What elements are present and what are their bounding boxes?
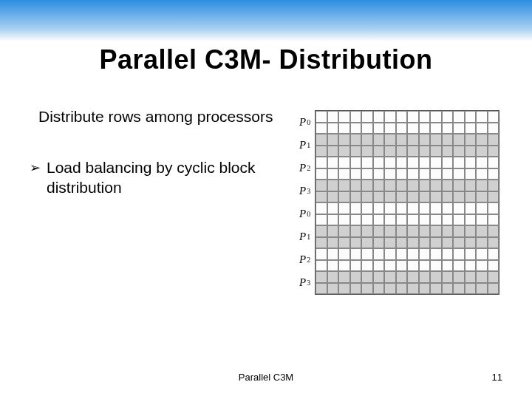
grid-cell [453,111,465,123]
grid-row [316,191,499,203]
grid-cell [338,271,350,283]
grid-cell [338,237,350,249]
grid-cell [338,225,350,237]
processor-labels: P0P1P2P3P0P1P2P3 [299,110,310,295]
grid-cell [384,260,396,272]
grid-cell [430,168,442,180]
grid-cell [430,225,442,237]
grid-cell [407,248,419,260]
grid-cell [453,248,465,260]
grid-cell [327,157,339,168]
grid-cell [373,157,385,168]
grid-row [316,111,499,123]
grid-cell [442,260,454,272]
grid-cell [476,180,488,191]
grid-cell [350,283,362,295]
grid-row [316,214,499,226]
grid-cell [465,237,477,249]
grid-cell [361,168,373,180]
grid-cell [327,134,339,146]
grid-cell [327,123,339,134]
grid-cell [476,134,488,146]
grid-cell [327,168,339,180]
footer-title: Parallel C3M [0,372,532,383]
processor-label: P2 [299,157,310,180]
grid-cell [419,214,431,226]
grid-cell [316,111,327,123]
grid-cell [316,146,327,157]
grid-cell [442,191,454,203]
grid-cell [384,225,396,237]
grid-cell [465,168,477,180]
grid-cell [338,202,350,214]
grid-cell [488,225,499,237]
grid-row [316,146,499,157]
grid-cell [373,191,385,203]
grid-cell [373,123,385,134]
grid-cell [442,283,454,295]
grid-cell [465,225,477,237]
text-column: Distribute rows among processors ➢ Load … [30,107,299,295]
grid-cell [476,168,488,180]
grid-row [316,157,499,168]
processor-label: P0 [299,111,310,134]
grid-cell [384,123,396,134]
grid-cell [488,157,499,168]
grid-cell [373,111,385,123]
grid-cell [430,214,442,226]
body-text-1: Distribute rows among processors [30,107,292,127]
grid-cell [361,134,373,146]
grid-cell [373,134,385,146]
grid-cell [442,146,454,157]
grid-cell [430,248,442,260]
grid-cell [419,157,431,168]
grid-cell [350,157,362,168]
grid-cell [476,271,488,283]
grid-cell [384,134,396,146]
grid-cell [430,260,442,272]
bullet-arrow-icon: ➢ [30,160,41,177]
grid-cell [476,146,488,157]
grid-cell [396,214,408,226]
grid-cell [488,283,499,295]
grid-cell [396,202,408,214]
grid-cell [384,237,396,249]
grid-cell [373,180,385,191]
processor-label: P1 [299,225,310,248]
grid-cell [453,260,465,272]
grid-cell [361,146,373,157]
grid-cell [419,111,431,123]
grid-cell [384,157,396,168]
grid-cell [361,157,373,168]
grid-cell [465,180,477,191]
grid-row [316,180,499,191]
header-gradient [0,0,532,41]
grid-cell [350,214,362,226]
grid-cell [396,271,408,283]
grid-cell [442,168,454,180]
grid-cell [465,202,477,214]
grid-cell [361,202,373,214]
grid-cell [419,123,431,134]
grid-cell [453,271,465,283]
diagram-column: P0P1P2P3P0P1P2P3 [299,107,517,295]
grid-cell [316,260,327,272]
grid-cell [465,271,477,283]
grid-cell [316,180,327,191]
grid-cell [384,248,396,260]
grid-wrapper: P0P1P2P3P0P1P2P3 [299,110,517,295]
grid-cell [316,283,327,295]
bullet-text-1: Load balancing by cyclic block distribut… [47,158,292,198]
grid-cell [316,157,327,168]
grid-cell [442,202,454,214]
grid-cell [396,111,408,123]
grid-cell [350,202,362,214]
grid-cell [442,248,454,260]
grid-cell [361,180,373,191]
grid-cell [488,271,499,283]
grid-cell [419,146,431,157]
page-number: 11 [492,372,502,383]
grid-cell [476,191,488,203]
grid-cell [350,123,362,134]
grid-cell [407,260,419,272]
